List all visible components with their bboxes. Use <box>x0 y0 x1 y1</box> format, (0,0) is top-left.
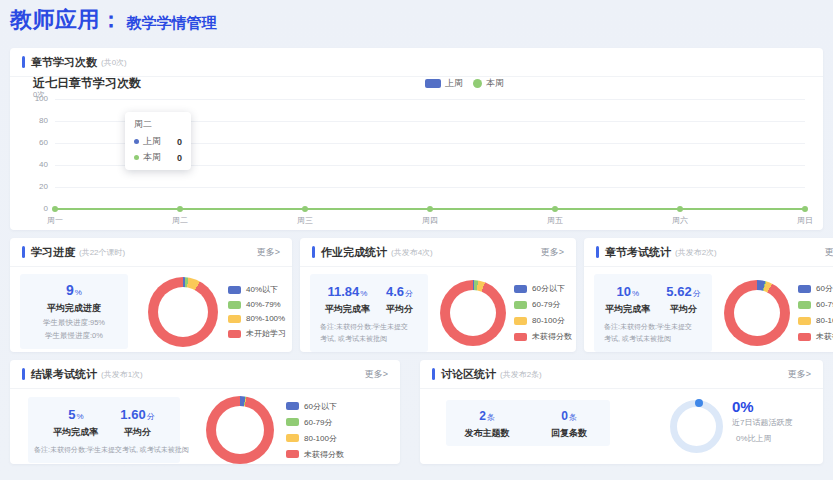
x-tick: 周二 <box>168 215 192 226</box>
legend-item[interactable]: 未获得分数 <box>798 331 833 342</box>
legend-swatch-icon <box>798 301 811 309</box>
avg-score: 1.60分 平均分 <box>120 405 154 439</box>
legend-swatch-icon <box>514 317 527 325</box>
gridline <box>55 99 805 100</box>
activity-gauge-ring[interactable] <box>670 400 723 453</box>
tooltip-label: 本周 <box>143 151 161 164</box>
page-title: 教师应用： <box>10 5 123 35</box>
chart-tooltip: 周二 上周 0 本周 0 <box>125 112 191 170</box>
final-exam-donut-chart[interactable] <box>206 396 274 464</box>
tooltip-dot-icon <box>134 139 139 144</box>
tooltip-value: 0 <box>165 137 182 147</box>
accent-bar-icon <box>312 246 315 258</box>
panel-study-progress: 学习进度 (共22个课时) 更多> 9% 平均完成进度 学生最快进度:95% 学… <box>10 238 292 352</box>
donut-legend: 60分以下 60-79分 80-100分 未获得分数 <box>514 281 572 345</box>
progress-donut-chart[interactable] <box>148 277 218 347</box>
tooltip-dot-icon <box>134 155 139 160</box>
page-header: 教师应用： 教学学情管理 <box>10 5 217 35</box>
x-tick: 周日 <box>793 215 817 226</box>
x-tick: 周五 <box>543 215 567 226</box>
legend-label-this-week[interactable]: 本周 <box>486 77 504 90</box>
legend-swatch-last-week-icon[interactable] <box>425 79 441 88</box>
y-axis-ticks: 100 80 60 40 20 0 <box>18 94 48 214</box>
y-tick: 40 <box>18 160 48 170</box>
line-point <box>302 206 308 212</box>
legend-swatch-icon <box>798 317 811 325</box>
legend-swatch-icon <box>228 286 241 294</box>
note-text: 备注:未获得分数:学生未提交 考试, 或考试未被批阅 <box>320 321 418 345</box>
y-tick: 0 <box>18 204 48 214</box>
legend-swatch-icon <box>228 301 241 309</box>
gridline <box>55 187 805 188</box>
avg-score: 5.62分 平均分 <box>666 282 700 316</box>
legend-item[interactable]: 未获得分数 <box>286 449 344 460</box>
chart-title: 近七日章节学习次数 <box>33 75 141 92</box>
legend-item[interactable]: 60-79分 <box>514 299 572 310</box>
chapter-exam-donut-chart[interactable] <box>724 280 790 346</box>
legend-item[interactable]: 40%以下 <box>228 284 286 295</box>
legend-item[interactable]: 80-100分 <box>286 433 344 444</box>
legend-swatch-icon <box>286 434 299 442</box>
legend-item[interactable]: 80%-100% <box>228 314 286 323</box>
stat-unit: % <box>75 288 82 297</box>
gauge-delta: 0%比上周 <box>736 433 792 444</box>
x-tick: 周四 <box>418 215 442 226</box>
more-link[interactable]: 更多> <box>825 246 833 259</box>
x-axis-labels: 周一 周二 周三 周四 周五 周六 周日 <box>43 215 817 226</box>
legend-swatch-icon <box>514 333 527 341</box>
dashboard: 教师应用： 教学学情管理 章节学习次数 (共0次) 近七日章节学习次数 0次 上… <box>0 0 833 480</box>
panel-count: (共发布2次) <box>675 247 717 258</box>
homework-donut-chart[interactable] <box>440 280 506 346</box>
more-link[interactable]: 更多> <box>541 246 564 259</box>
legend-item[interactable]: 60-79分 <box>798 299 833 310</box>
avg-completion: 10% 平均完成率 <box>605 282 650 316</box>
chart-legend: 上周 本周 <box>425 77 504 90</box>
panel-header: 章节考试统计 (共发布2次) 更多> <box>584 238 833 267</box>
progress-summary-box: 9% 平均完成进度 学生最快进度:95% 学生最慢进度:0% <box>20 274 128 349</box>
legend-item[interactable]: 60-79分 <box>286 417 344 428</box>
legend-item[interactable]: 60分以下 <box>798 283 833 294</box>
legend-item[interactable]: 60分以下 <box>514 283 572 294</box>
legend-item[interactable]: 未开始学习 <box>228 328 286 339</box>
more-link[interactable]: 更多> <box>788 368 811 381</box>
tooltip-row: 本周 0 <box>134 151 182 164</box>
legend-item[interactable]: 未获得分数 <box>514 331 572 342</box>
panel-header: 讨论区统计 (共发布2条) 更多> <box>420 360 823 389</box>
more-link[interactable]: 更多> <box>365 368 388 381</box>
stat-label: 平均完成进度 <box>20 302 128 315</box>
panel-count: (共0次) <box>101 57 127 68</box>
avg-completion: 11.84% 平均完成率 <box>325 282 370 316</box>
legend-item[interactable]: 60分以下 <box>286 401 344 412</box>
homework-summary-box: 11.84% 平均完成率 4.6分 平均分 备注:未获得分数:学生未提交 考试,… <box>310 274 428 352</box>
legend-label-last-week[interactable]: 上周 <box>445 77 463 90</box>
gauge-text-block: 0% 近7日话题活跃度 0%比上周 <box>732 398 792 444</box>
more-link[interactable]: 更多> <box>257 246 280 259</box>
panel-homework-stats: 作业完成统计 (共发布4次) 更多> 11.84% 平均完成率 4.6分 平均分 <box>300 238 576 352</box>
y-tick: 20 <box>18 182 48 192</box>
avg-score: 4.6分 平均分 <box>386 282 413 316</box>
legend-swatch-icon <box>286 402 299 410</box>
panel-count: (共发布1次) <box>101 369 143 380</box>
panel-header: 结课考试统计 (共发布1次) 更多> <box>10 360 400 389</box>
accent-bar-icon <box>432 368 435 380</box>
legend-swatch-icon <box>228 315 241 323</box>
panel-count: (共22个课时) <box>79 247 125 258</box>
discussion-summary-box: 2条 发布主题数 0条 回复条数 <box>446 400 610 446</box>
stat-value: 9 <box>66 282 74 298</box>
panel-title: 作业完成统计 <box>321 245 387 260</box>
panel-final-exam-stats: 结课考试统计 (共发布1次) 更多> 5% 平均完成率 1.60分 平均分 <box>10 360 400 464</box>
x-tick: 周一 <box>43 215 67 226</box>
legend-item[interactable]: 80-100分 <box>798 315 833 326</box>
panel-header: 作业完成统计 (共发布4次) 更多> <box>300 238 576 267</box>
legend-item[interactable]: 40%-79% <box>228 300 286 309</box>
legend-swatch-this-week-icon[interactable] <box>473 79 482 88</box>
line-point <box>52 206 58 212</box>
fastest-progress: 学生最快进度:95% <box>20 318 128 328</box>
panel-header: 章节学习次数 (共0次) <box>10 48 823 77</box>
donut-legend: 40%以下 40%-79% 80%-100% 未开始学习 <box>228 282 286 342</box>
panel-title: 讨论区统计 <box>441 367 496 382</box>
panel-title: 章节考试统计 <box>605 245 671 260</box>
legend-swatch-icon <box>514 285 527 293</box>
legend-item[interactable]: 80-100分 <box>514 315 572 326</box>
avg-completion: 5% 平均完成率 <box>53 405 98 439</box>
